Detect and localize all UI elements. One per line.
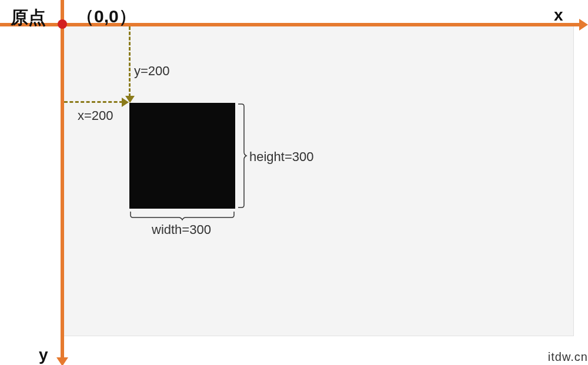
y-offset-label: y=200 — [134, 63, 170, 79]
x-offset-label: x=200 — [78, 108, 113, 123]
y-offset-dashed-line — [129, 26, 131, 97]
origin-label: 原点 — [11, 6, 46, 30]
origin-coords: （0,0） — [76, 5, 136, 29]
y-axis-line — [61, 0, 64, 357]
x-offset-arrow-icon — [122, 98, 129, 107]
width-label: width=300 — [152, 222, 211, 237]
y-axis-label: y — [39, 346, 48, 364]
watermark: itdw.cn — [548, 350, 588, 364]
y-axis-arrow-icon — [56, 357, 68, 365]
sample-rectangle — [129, 103, 235, 209]
x-offset-dashed-line — [64, 101, 123, 103]
origin-dot-icon — [58, 19, 67, 29]
width-brace-icon — [129, 210, 235, 221]
x-axis-label: x — [554, 6, 563, 25]
x-axis-arrow-icon — [579, 19, 588, 31]
height-brace-icon — [237, 103, 248, 209]
height-label: height=300 — [249, 149, 314, 165]
